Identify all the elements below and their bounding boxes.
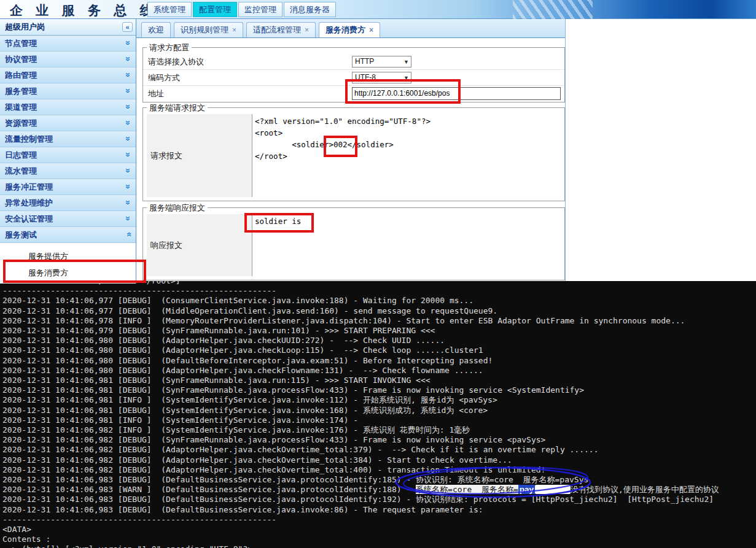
console-line: 2020-12-31 10:41:06,982 [DEBUG] (Adaptor…: [2, 445, 756, 455]
tab-close-icon[interactable]: ×: [305, 26, 309, 34]
console-line: 2020-12-31 10:41:06,980 [DEBUG] (Default…: [2, 356, 756, 366]
sidebar-group-安全认证管理[interactable]: 安全认证管理»: [0, 211, 136, 227]
sidebar-sub-items: 服务提供方服务消费方: [0, 243, 136, 281]
sidebar-group-日志管理[interactable]: 日志管理»: [0, 147, 136, 163]
console-line: 2020-12-31 10:41:06,981 [DEBUG] (SystemI…: [2, 406, 756, 415]
chevrons-down-icon: »: [124, 136, 133, 141]
console-line: Contents :: [2, 534, 756, 544]
console-line: 2020-12-31 10:41:06,979 [DEBUG] (SynFram…: [2, 326, 756, 336]
chevrons-down-icon: »: [124, 152, 133, 157]
chevron-down-icon: ▼: [403, 73, 409, 83]
sidebar-group-协议管理[interactable]: 协议管理»: [0, 52, 136, 68]
sidebar-group-label: 日志管理: [5, 150, 37, 160]
chevrons-down-icon: »: [124, 200, 133, 205]
console-line: ----------------------------------------…: [2, 286, 756, 296]
chevrons-up-icon: »: [124, 232, 133, 237]
request-message-label: 请求报文: [147, 114, 252, 197]
topbar: 企 业 服 务 总 线 系统管理配置管理监控管理消息服务器: [0, 0, 756, 19]
sidebar-item-服务消费方[interactable]: 服务消费方: [0, 264, 136, 281]
tab-适配流程管理[interactable]: 适配流程管理×: [246, 22, 316, 37]
sidebar-group-流水管理[interactable]: 流水管理»: [0, 163, 136, 179]
tab-bar: 欢迎识别规则管理×适配流程管理×服务消费方×: [136, 19, 565, 38]
request-message-legend: 服务端请求报文: [147, 102, 208, 114]
sidebar-group-label: 服务管理: [5, 87, 37, 96]
response-message-legend: 服务端响应报文: [147, 203, 208, 214]
console-line: 2020-12-31 10:41:06,983 [WARN ] (Default…: [2, 485, 756, 495]
console-highlight-segment: [535, 485, 571, 494]
sidebar-group-label: 协议管理: [5, 55, 37, 64]
console-line: 2020-12-31 10:41:06,977 [DEBUG] (Consume…: [2, 296, 756, 306]
sidebar-groups: 节点管理»协议管理»路由管理»服务管理»渠道管理»资源管理»流量控制管理»日志管…: [0, 36, 136, 243]
sidebar-group-label: 节点管理: [5, 39, 37, 48]
sidebar-group-服务测试[interactable]: 服务测试»: [0, 227, 136, 243]
console-line: 2020-12-31 10:41:06,982 [INFO ] (SystemI…: [2, 425, 756, 435]
tab-识别规则管理[interactable]: 识别规则管理×: [174, 22, 243, 37]
console-line: 2020-12-31 10:41:06,981 [INFO ] (SystemI…: [2, 415, 756, 425]
sidebar-group-label: 路由管理: [5, 71, 37, 80]
console-text-segment: 没有找到协议,使用业务服务中配置的协议: [571, 485, 719, 494]
chevrons-down-icon: »: [124, 41, 133, 45]
request-message-section: 服务端请求报文 请求报文 <?xml version="1.0" encodin…: [142, 107, 565, 201]
response-message-section: 服务端响应报文 响应报文 soldier is: [142, 207, 565, 280]
top-nav-item-配置管理[interactable]: 配置管理: [193, 2, 237, 17]
sidebar-group-label: 流量控制管理: [5, 134, 53, 144]
sidebar-group-label: 资源管理: [5, 118, 37, 128]
tab-close-icon[interactable]: ×: [369, 26, 373, 34]
console-line: 2020-12-31 10:41:06,977 [DEBUG] (MiddleO…: [2, 306, 756, 316]
sidebar-title: 超级用户岗: [5, 22, 45, 31]
sidebar-group-渠道管理[interactable]: 渠道管理»: [0, 99, 136, 115]
chevrons-down-icon: »: [124, 168, 133, 173]
console-line: 2020-12-31 10:41:06,983 [DEBUG] (Default…: [2, 505, 756, 515]
sidebar-item-服务提供方[interactable]: 服务提供方: [0, 248, 136, 264]
chevrons-down-icon: »: [124, 184, 133, 189]
request-message-textarea[interactable]: <?xml version="1.0" encoding="UTF-8"?> <…: [252, 114, 561, 197]
top-nav-item-系统管理[interactable]: 系统管理: [147, 2, 192, 17]
top-nav: 系统管理配置管理监控管理消息服务器: [147, 2, 337, 17]
console-line: 2020-12-31 10:41:06,982 [DEBUG] (Adaptor…: [2, 465, 756, 475]
chevrons-down-icon: »: [124, 88, 133, 93]
protocol-select[interactable]: HTTP▼: [352, 56, 411, 68]
chevron-down-icon: ▼: [403, 57, 409, 68]
sidebar-group-label: 流水管理: [5, 166, 37, 176]
console-highlight-segment: 系统名称=core 服务名称=: [416, 485, 518, 494]
top-nav-item-消息服务器[interactable]: 消息服务器: [284, 2, 336, 17]
encoding-select[interactable]: UTF-8▼: [352, 72, 411, 83]
chevrons-down-icon: »: [124, 216, 133, 221]
sidebar-group-异常处理维护[interactable]: 异常处理维护»: [0, 195, 136, 211]
top-nav-item-监控管理[interactable]: 监控管理: [238, 2, 283, 17]
response-message-label: 响应报文: [147, 214, 252, 276]
tab-label: 适配流程管理: [253, 25, 301, 34]
sidebar-group-节点管理[interactable]: 节点管理»: [0, 36, 136, 52]
collapse-sidebar-icon[interactable]: «: [122, 22, 133, 32]
tab-欢迎[interactable]: 欢迎: [141, 22, 171, 37]
sidebar-group-资源管理[interactable]: 资源管理»: [0, 115, 136, 131]
console-highlight-segment: pay: [518, 485, 535, 494]
console-line: 2020-12-31 10:41:06,981 [DEBUG] (SynFram…: [2, 376, 756, 385]
requester-config-legend: 请求方配置: [147, 42, 192, 53]
sidebar-group-路由管理[interactable]: 路由管理»: [0, 68, 136, 83]
config-row: 请选择接入协议HTTP▼: [143, 54, 564, 70]
tab-服务消费方[interactable]: 服务消费方×: [319, 22, 380, 37]
config-row: 编码方式UTF-8▼: [143, 70, 564, 86]
config-row-label: 地址: [148, 86, 164, 101]
console-line: 2020-12-31 10:41:06,982 [DEBUG] (SynFram…: [2, 435, 756, 445]
console-log[interactable]: <root> <soldier>002</soldier></root>]---…: [0, 281, 756, 548]
address-input[interactable]: http://127.0.0.1:6001/esb/pos: [352, 87, 561, 100]
console-line: 2020-12-31 10:41:06,980 [DEBUG] (Adaptor…: [2, 366, 756, 376]
esb-app: 企 业 服 务 总 线 系统管理配置管理监控管理消息服务器 超级用户岗 « 节点…: [0, 0, 756, 548]
response-message-textarea[interactable]: soldier is: [252, 214, 561, 276]
console-line: 2020-12-31 10:41:06,983 [DEBUG] (Default…: [2, 495, 756, 504]
tab-close-icon[interactable]: ×: [232, 26, 236, 34]
tab-label: 服务消费方: [325, 25, 365, 34]
console-line: <DATA>: [2, 525, 756, 534]
config-row-label: 编码方式: [148, 70, 180, 85]
chevrons-down-icon: »: [124, 104, 133, 109]
sidebar-group-label: 渠道管理: [5, 102, 37, 112]
sidebar-header: 超级用户岗 «: [0, 19, 136, 36]
sidebar-group-服务管理[interactable]: 服务管理»: [0, 83, 136, 99]
tab-label: 识别规则管理: [181, 25, 228, 34]
sidebar-group-流量控制管理[interactable]: 流量控制管理»: [0, 131, 136, 147]
sidebar-group-服务冲正管理[interactable]: 服务冲正管理»: [0, 179, 136, 195]
requester-config-section: 请求方配置 请选择接入协议HTTP▼编码方式UTF-8▼地址http://127…: [142, 47, 565, 102]
app-title: 企 业 服 务 总 线: [10, 2, 157, 19]
